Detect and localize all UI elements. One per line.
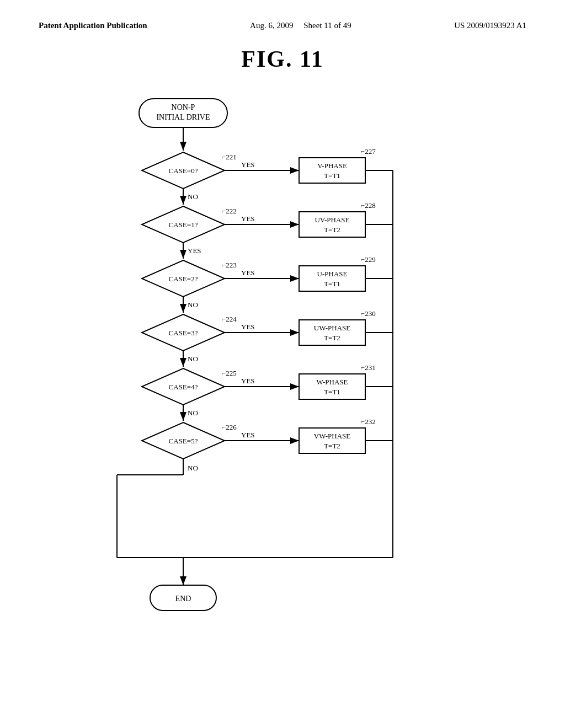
yes-below-222: YES bbox=[188, 247, 201, 255]
patent-number: US 2009/0193923 A1 bbox=[454, 21, 526, 30]
figure-title: FIG. 11 bbox=[22, 46, 543, 72]
label-227-1: V-PHASE bbox=[317, 162, 347, 170]
no-221: NO bbox=[188, 192, 198, 201]
page: Patent Application Publication Aug. 6, 2… bbox=[0, 0, 565, 728]
label-230-1: UW-PHASE bbox=[314, 324, 351, 332]
yes-225: YES bbox=[241, 377, 255, 385]
label-228-1: UV-PHASE bbox=[315, 216, 349, 224]
publication-title: Patent Application Publication bbox=[39, 21, 147, 30]
label-d224: CASE=3? bbox=[169, 329, 198, 337]
page-header: Patent Application Publication Aug. 6, 2… bbox=[22, 11, 543, 36]
yes-221: YES bbox=[241, 160, 255, 169]
no-225: NO bbox=[188, 409, 198, 417]
label-230-2: T=T2 bbox=[324, 334, 340, 342]
label-231-1: W-PHASE bbox=[316, 378, 348, 386]
ref-224: ⌐224 bbox=[222, 315, 237, 323]
ref-223: ⌐223 bbox=[222, 261, 237, 269]
label-229-2: T=T1 bbox=[324, 280, 340, 288]
ref-232: ⌐232 bbox=[361, 417, 376, 426]
yes-222: YES bbox=[241, 215, 255, 223]
flowchart-container: NON-P INITIAL DRIVE CASE=0? ⌐221 YES V-P… bbox=[22, 89, 543, 673]
flowchart-svg: NON-P INITIAL DRIVE CASE=0? ⌐221 YES V-P… bbox=[84, 89, 481, 673]
label-d226: CASE=5? bbox=[169, 437, 198, 445]
publication-date: Aug. 6, 2009 Sheet 11 of 49 bbox=[250, 21, 351, 30]
label-231-2: T=T1 bbox=[324, 388, 340, 396]
label-d222: CASE=1? bbox=[169, 221, 198, 229]
yes-226: YES bbox=[241, 431, 255, 439]
label-228-2: T=T2 bbox=[324, 226, 340, 234]
ref-222: ⌐222 bbox=[222, 207, 237, 215]
label-229-1: U-PHASE bbox=[317, 270, 348, 278]
label-d221: CASE=0? bbox=[169, 167, 198, 175]
end-label: END bbox=[175, 595, 191, 603]
label-227-2: T=T1 bbox=[324, 172, 340, 180]
no-224: NO bbox=[188, 355, 198, 363]
yes-224: YES bbox=[241, 323, 255, 331]
ref-230: ⌐230 bbox=[361, 309, 376, 318]
start-label-line2: INITIAL DRIVE bbox=[156, 113, 210, 121]
label-d225: CASE=4? bbox=[169, 383, 198, 391]
label-232-2: T=T2 bbox=[324, 442, 340, 450]
yes-223: YES bbox=[241, 269, 255, 277]
start-label-line1: NON-P bbox=[172, 103, 195, 111]
ref-221: ⌐221 bbox=[222, 153, 237, 161]
ref-225: ⌐225 bbox=[222, 369, 237, 377]
label-232-1: VW-PHASE bbox=[314, 432, 351, 440]
ref-226: ⌐226 bbox=[222, 423, 237, 431]
sheet-info: Sheet 11 of 49 bbox=[303, 21, 351, 30]
ref-229: ⌐229 bbox=[361, 255, 376, 264]
no-226: NO bbox=[188, 464, 198, 472]
ref-231: ⌐231 bbox=[361, 363, 376, 372]
ref-227: ⌐227 bbox=[361, 147, 376, 156]
ref-228: ⌐228 bbox=[361, 201, 376, 210]
no-223: NO bbox=[188, 301, 198, 309]
label-d223: CASE=2? bbox=[169, 275, 198, 283]
